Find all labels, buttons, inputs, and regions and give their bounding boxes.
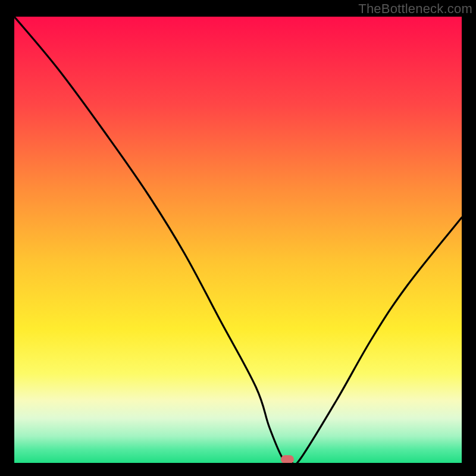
- chart-container: TheBottleneck.com: [0, 0, 476, 476]
- svg-rect-0: [14, 17, 462, 463]
- plot-inner: [14, 17, 462, 463]
- gradient-background: [14, 17, 462, 463]
- watermark-text: TheBottleneck.com: [358, 1, 472, 17]
- optimal-point-marker: [281, 455, 294, 463]
- plot-area: [14, 17, 462, 463]
